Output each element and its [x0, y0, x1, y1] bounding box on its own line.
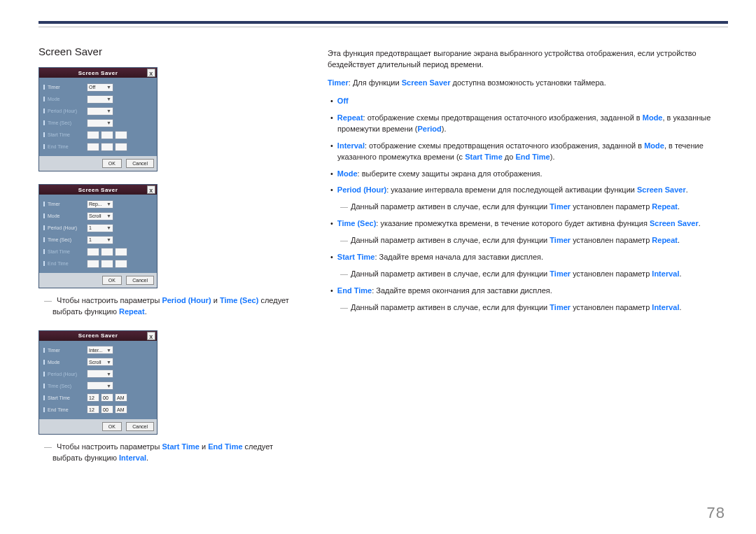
- close-icon[interactable]: x: [147, 69, 155, 77]
- field-end-label: End Time: [43, 144, 87, 150]
- timer-select[interactable]: Inter...▼: [87, 346, 113, 354]
- dialog-off: Screen Saver x Timer Off▼ Mode ▼ Period …: [38, 67, 158, 171]
- body-text: Эта функция предотвращает выгорание экра…: [328, 48, 728, 319]
- start-min[interactable]: 00: [101, 393, 113, 402]
- caption-interval: Чтобы настроить параметры Start Time и E…: [52, 442, 294, 464]
- caption-repeat: Чтобы настроить параметры Period (Hour) …: [52, 295, 294, 318]
- intro-text: Эта функция предотвращает выгорание экра…: [328, 48, 728, 71]
- period-select[interactable]: 1▼: [87, 224, 113, 232]
- dialog-repeat: Screen Saver x Timer Rep...▼ Mode Scroll…: [38, 184, 158, 288]
- mode-select[interactable]: Scroll▼: [87, 212, 113, 220]
- field-mode-label: Mode: [43, 97, 87, 102]
- field-timer-label: Timer: [43, 85, 87, 90]
- dialog-title: Screen Saver x: [39, 68, 157, 78]
- page-number: 78: [707, 504, 725, 522]
- end-min[interactable]: 00: [101, 405, 113, 414]
- field-period-label: Period (Hour): [43, 108, 87, 114]
- mode-select[interactable]: Scroll▼: [87, 358, 113, 366]
- start-ampm[interactable]: AM: [115, 393, 127, 402]
- cancel-button[interactable]: Cancel: [126, 159, 154, 168]
- close-icon[interactable]: x: [147, 185, 155, 194]
- close-icon[interactable]: x: [147, 332, 155, 340]
- timesec-select: ▼: [87, 119, 113, 127]
- start-hour[interactable]: 12: [87, 393, 99, 402]
- end-ampm[interactable]: AM: [115, 405, 127, 414]
- dialog-interval: Screen Saver x Timer Inter...▼ Mode Scro…: [38, 330, 158, 435]
- timer-select[interactable]: Off▼: [87, 83, 113, 92]
- timer-select[interactable]: Rep...▼: [87, 200, 113, 209]
- field-start-label: Start Time: [43, 132, 87, 138]
- ok-button[interactable]: OK: [102, 422, 122, 431]
- period-select: ▼: [87, 107, 113, 115]
- dialog-title-text: Screen Saver: [78, 70, 118, 76]
- field-timesec-label: Time (Sec): [43, 120, 87, 126]
- mode-select: ▼: [87, 95, 113, 104]
- timesec-select[interactable]: 1▼: [87, 236, 113, 244]
- end-hour[interactable]: 12: [87, 405, 99, 414]
- cancel-button[interactable]: Cancel: [126, 422, 154, 431]
- ok-button[interactable]: OK: [102, 276, 122, 285]
- section-title: Screen Saver: [38, 45, 294, 57]
- cancel-button[interactable]: Cancel: [126, 276, 154, 285]
- left-column: Screen Saver Screen Saver x Timer Off▼ M…: [38, 45, 294, 477]
- ok-button[interactable]: OK: [102, 159, 122, 168]
